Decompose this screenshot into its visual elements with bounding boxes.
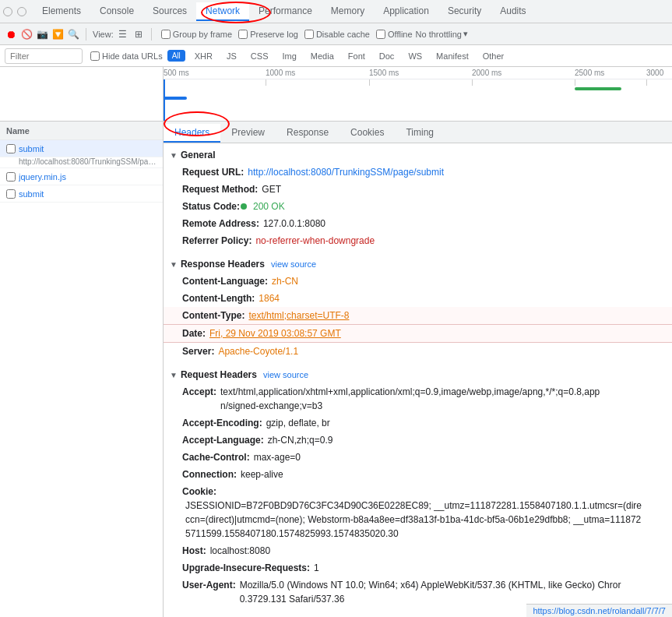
request-url-row: Request URL http://localhost:8080/Trunki… (164, 164, 672, 181)
accept-value: text/html,application/xhtml+xml,applicat… (220, 385, 600, 413)
disable-cache-group[interactable]: Disable cache (304, 30, 370, 39)
accept-language-row: Accept-Language zh-CN,zh;q=0.9 (164, 432, 672, 449)
request-method-key: Request Method (182, 182, 258, 196)
filter-js-button[interactable]: JS (222, 51, 241, 62)
request-method-value: GET (262, 182, 281, 196)
hide-data-urls-group[interactable]: Hide data URLs (90, 51, 163, 61)
general-title: General (181, 150, 216, 160)
tab-sources[interactable]: Sources (143, 2, 196, 21)
host-value: localhost:8080 (210, 544, 270, 558)
disable-cache-checkbox[interactable] (304, 30, 314, 39)
sub-tab-timing[interactable]: Timing (395, 124, 445, 143)
filter-manifest-button[interactable]: Manifest (431, 51, 473, 62)
preserve-log-checkbox[interactable] (238, 30, 248, 39)
referrer-policy-key: Referrer Policy (182, 234, 252, 248)
tab-console[interactable]: Console (90, 2, 143, 21)
camera-icon[interactable]: 📷 (36, 28, 48, 41)
filter-img-button[interactable]: Img (277, 51, 301, 62)
file-item-jquery[interactable]: jquery.min.js (0, 168, 163, 185)
file-checkbox-submit-2[interactable] (6, 189, 16, 199)
content-length-key: Content-Length (182, 291, 255, 305)
accept-language-value: zh-CN,zh;q=0.9 (268, 433, 333, 447)
request-headers-title: Request Headers (181, 369, 257, 380)
filter-input[interactable] (5, 48, 83, 64)
date-value: Fri, 29 Nov 2019 03:08:57 GMT (209, 326, 341, 340)
offline-label: Offline (388, 30, 413, 39)
file-checkbox-submit-1[interactable] (6, 144, 16, 153)
content-type-value: text/html;charset=UTF-8 (248, 308, 349, 323)
headers-content: ▼ General Request URL http://localhost:8… (164, 143, 672, 611)
record-icon[interactable]: ⏺ (5, 28, 17, 41)
disable-cache-label: Disable cache (316, 30, 370, 39)
offline-group[interactable]: Offline (376, 30, 413, 39)
separator-1 (86, 28, 86, 41)
accept-row: Accept text/html,application/xhtml+xml,a… (164, 383, 672, 414)
preserve-log-group[interactable]: Preserve log (238, 30, 298, 39)
sub-tabs: Headers Preview Response Cookies Timing (164, 122, 672, 143)
file-item-submit-2[interactable]: submit (0, 185, 163, 203)
tab-performance[interactable]: Performance (249, 2, 322, 21)
referrer-policy-row: Referrer Policy no-referrer-when-downgra… (164, 232, 672, 249)
timeline-main: 500 ms 1000 ms 1500 ms 2000 ms 2500 ms 3… (164, 67, 672, 121)
host-key: Host (182, 544, 206, 558)
request-headers-link[interactable]: view source (263, 370, 308, 379)
request-url-key: Request URL (182, 165, 244, 179)
tab-network[interactable]: Network (196, 2, 249, 21)
general-triangle: ▼ (170, 151, 178, 160)
separator-2 (151, 28, 152, 41)
filter-other-button[interactable]: Other (478, 51, 509, 62)
cookie-key: Cookie (182, 485, 216, 499)
timeline-cursor (164, 79, 165, 122)
tab-audits[interactable]: Audits (491, 2, 535, 21)
throttling-dropdown[interactable]: No throttling ▾ (416, 29, 468, 39)
accept-encoding-row: Accept-Encoding gzip, deflate, br (164, 414, 672, 432)
tab-application[interactable]: Application (374, 2, 438, 21)
filter-all-button[interactable]: All (167, 50, 185, 62)
file-name-submit-1: submit (19, 144, 157, 153)
file-list: Name submit http://localhost:8080/Trunki… (0, 122, 164, 617)
filter-font-button[interactable]: Font (343, 51, 370, 62)
date-row: Date Fri, 29 Nov 2019 03:08:57 GMT (164, 325, 672, 343)
date-key: Date (182, 326, 206, 340)
filter-media-button[interactable]: Media (306, 51, 339, 62)
group-by-frame-checkbox[interactable] (161, 30, 171, 39)
filter-css-button[interactable]: CSS (246, 51, 273, 62)
network-toolbar: ⏺ 🚫 📷 🔽 🔍 View: ☰ ⊞ Group by frame Prese… (0, 23, 672, 45)
window-control-1[interactable] (3, 7, 12, 16)
filter-doc-button[interactable]: Doc (375, 51, 399, 62)
response-headers-triangle: ▼ (170, 260, 178, 269)
server-key: Server (182, 344, 214, 358)
group-by-frame-group[interactable]: Group by frame (161, 30, 232, 39)
sub-tab-headers[interactable]: Headers (164, 124, 220, 143)
sub-tab-preview[interactable]: Preview (220, 124, 276, 143)
accept-key: Accept (182, 385, 216, 399)
content-length-value: 1864 (259, 291, 280, 305)
status-code-row: Status Code 200 OK (164, 198, 672, 215)
file-item-submit-1[interactable]: submit (0, 140, 163, 157)
grid-view-icon[interactable]: ⊞ (132, 28, 145, 41)
search-icon[interactable]: 🔍 (67, 28, 79, 41)
offline-checkbox[interactable] (376, 30, 385, 39)
general-section-header[interactable]: ▼ General (164, 146, 672, 164)
tick-1000ms: 1000 ms (266, 69, 295, 77)
user-agent-row: User-Agent Mozilla/5.0 (Windows NT 10.0;… (164, 576, 672, 608)
file-checkbox-jquery[interactable] (6, 172, 16, 182)
tick-2000ms: 2000 ms (472, 69, 501, 77)
clear-icon[interactable]: 🚫 (20, 28, 33, 41)
tab-elements[interactable]: Elements (33, 2, 90, 21)
sub-tab-cookies[interactable]: Cookies (340, 124, 395, 143)
window-control-2[interactable] (17, 7, 26, 16)
filter-xhr-button[interactable]: XHR (190, 51, 217, 62)
response-headers-link[interactable]: view source (271, 259, 316, 269)
filter-icon[interactable]: 🔽 (51, 28, 64, 41)
throttling-label: No throttling (416, 30, 462, 39)
hide-data-urls-checkbox[interactable] (90, 51, 100, 61)
response-headers-section[interactable]: ▼ Response Headers view source (164, 256, 672, 273)
sub-tab-response[interactable]: Response (276, 124, 340, 143)
timeline-left (0, 67, 164, 121)
list-view-icon[interactable]: ☰ (117, 28, 129, 41)
tab-security[interactable]: Security (438, 2, 491, 21)
tab-memory[interactable]: Memory (322, 2, 374, 21)
request-headers-section[interactable]: ▼ Request Headers view source (164, 366, 672, 383)
filter-ws-button[interactable]: WS (403, 51, 427, 62)
